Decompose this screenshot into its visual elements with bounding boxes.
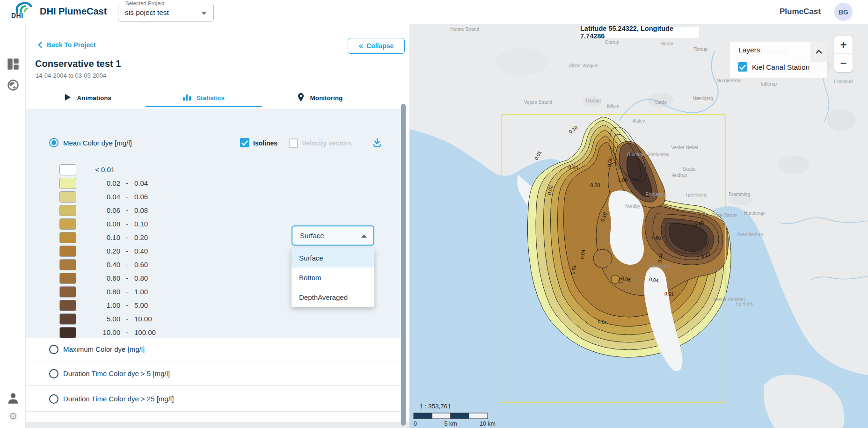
- account-icon[interactable]: [7, 392, 19, 404]
- scale-segment: [469, 413, 488, 419]
- depth-option-depthaveraged[interactable]: DepthAveraged: [292, 287, 374, 307]
- tab-statistics[interactable]: Statistics: [146, 90, 262, 107]
- place-label: Lindknud: [834, 79, 853, 84]
- legend-row: 0.20-0.40: [59, 245, 200, 258]
- collapse-button[interactable]: « Collapse: [348, 38, 405, 54]
- scale-tick-label: 5 km: [444, 421, 457, 427]
- back-to-project-link[interactable]: Back To Project: [38, 41, 96, 49]
- results-panel: Back To Project « Collapse Conservative …: [26, 24, 409, 428]
- place-label: Næsbjerg: [693, 96, 713, 101]
- play-icon: [64, 93, 72, 103]
- isolines-label: Isolines: [253, 139, 277, 147]
- place-label: Skads: [682, 167, 695, 172]
- zoom-out-button[interactable]: −: [834, 54, 853, 72]
- bar-chart-icon: [183, 93, 191, 102]
- legend-range-label: 0.06: [134, 193, 172, 201]
- legend-row: 0.60-0.80: [59, 272, 200, 285]
- legend-range-label: 0.04: [92, 193, 120, 201]
- radio-unselected[interactable]: [49, 394, 58, 404]
- legend-range-label: 5.00: [92, 315, 120, 323]
- depth-option-surface[interactable]: Surface: [292, 248, 374, 268]
- layer-checkbox-kiel-canal-station[interactable]: [738, 62, 747, 72]
- legend-row: 0.80-1.00: [59, 285, 200, 299]
- legend-range-label: 0.20: [134, 233, 172, 241]
- legend-color-swatch: [59, 273, 76, 284]
- place-label: Egebæk: [736, 301, 753, 306]
- portal-label: PlumeCast: [780, 7, 821, 16]
- legend-color-swatch: [59, 218, 76, 230]
- place-label: Esbjerg: [645, 191, 663, 197]
- legend-range-label: -: [126, 288, 128, 296]
- legend-range-label: 1.00: [92, 301, 120, 309]
- depth-option-bottom[interactable]: Bottom: [292, 268, 374, 287]
- scale-tick-label: 10 km: [480, 421, 496, 427]
- tab-bar: AnimationsStatisticsMonitoring: [29, 90, 378, 107]
- chevron-up-icon: [815, 49, 823, 55]
- radio-mean-color-dye[interactable]: [49, 138, 58, 147]
- globe-icon[interactable]: [7, 79, 19, 91]
- statistic-option-row[interactable]: Duration Time Color dye > 25 [mg/l]: [26, 386, 406, 412]
- download-icon[interactable]: [371, 137, 383, 149]
- panel-scrollbar[interactable]: [401, 104, 406, 426]
- layers-collapse-button[interactable]: [810, 42, 827, 62]
- legend-range-label: 100.00: [134, 328, 172, 336]
- tab-animations[interactable]: Animations: [29, 90, 146, 107]
- settings-gear-icon[interactable]: ⚙: [7, 411, 19, 423]
- statistic-option-row[interactable]: Duration Time Color dye > 5 [mg/l]: [26, 361, 406, 386]
- statistic-option-row[interactable]: Maximum Color dye [mg/l]: [26, 338, 406, 361]
- legend-range-label: -: [126, 233, 128, 241]
- legend-color-swatch: [59, 164, 76, 175]
- legend-row: 0.10-0.20: [59, 231, 200, 245]
- contour-value-label: 0.20: [591, 182, 600, 188]
- legend-range-label: 0.08: [134, 206, 172, 214]
- map-canvas[interactable]: 0.100.010.040.020.601.000.200.100.800.40…: [409, 24, 868, 428]
- legend-range-label: 0.10: [92, 233, 120, 241]
- legend-color-swatch: [59, 327, 76, 338]
- panels-icon[interactable]: [7, 58, 19, 70]
- tab-monitoring[interactable]: Monitoring: [262, 90, 378, 107]
- check-icon: [738, 62, 747, 72]
- place-label: Hunderup: [744, 210, 765, 216]
- depth-select-menu: SurfaceBottomDepthAveraged: [292, 248, 374, 307]
- place-label: Store Darum: [711, 213, 738, 218]
- radio-unselected[interactable]: [49, 369, 58, 378]
- app-header: DHI DHI PlumeCast Selected Project sis p…: [0, 0, 868, 24]
- radio-unselected[interactable]: [49, 345, 58, 354]
- layer-label[interactable]: Kiel Canal Station: [752, 63, 810, 72]
- place-label: Tjæreborg: [685, 192, 707, 197]
- place-label: Henne Strand: [450, 27, 479, 32]
- legend-range-label: 0.80: [134, 274, 172, 282]
- legend-row: 0.08-0.10: [59, 218, 200, 231]
- place-label: Vester Nebel: [671, 145, 698, 150]
- isolines-checkbox[interactable]: [240, 138, 249, 147]
- statistic-option-label: Duration Time Color dye > 5 [mg/l]: [63, 370, 170, 377]
- legend-range-label: -: [126, 328, 128, 336]
- place-label: Sønderho: [649, 263, 669, 268]
- place-label: Varde: [655, 100, 667, 105]
- coordinates-readout: Latitude 55.24322, Longitude 7.74286: [580, 27, 699, 38]
- back-link-label: Back To Project: [47, 41, 96, 49]
- legend-range-label: -: [126, 301, 128, 309]
- place-label: Guldager Stationsby: [627, 152, 670, 157]
- zoom-in-button[interactable]: +: [834, 36, 853, 54]
- app-title: DHI PlumeCast: [40, 6, 107, 17]
- legend-range-label: 0.02: [92, 179, 120, 187]
- plumecast-app: 0.100.010.040.020.601.000.200.100.800.40…: [0, 0, 868, 428]
- project-select-label: Selected Project: [123, 0, 167, 6]
- legend-row: < 0.01: [59, 163, 200, 177]
- place-label: Alslev: [633, 118, 645, 123]
- layers-panel: Layers: Kiel Canal Station: [730, 42, 827, 78]
- place-label: Bramming: [729, 192, 750, 197]
- legend-color-swatch: [59, 178, 76, 189]
- scenario-title: Conservative test 1: [35, 58, 121, 69]
- velocity-vectors-checkbox[interactable]: [289, 138, 298, 148]
- project-select[interactable]: Selected Project sis poject test: [118, 4, 214, 22]
- legend-range-label: 0.60: [92, 274, 120, 282]
- mean-option-label: Mean Color dye [mg/l]: [63, 139, 132, 147]
- map-zoom-control: + −: [834, 36, 853, 72]
- depth-level-select[interactable]: Surface: [292, 225, 374, 246]
- user-avatar[interactable]: BG: [834, 3, 853, 21]
- tab-label: Monitoring: [310, 94, 343, 102]
- legend-row: 1.00-5.00: [59, 299, 200, 312]
- scenario-date-range: 14-04-2004 to 03-05-2004: [36, 72, 106, 79]
